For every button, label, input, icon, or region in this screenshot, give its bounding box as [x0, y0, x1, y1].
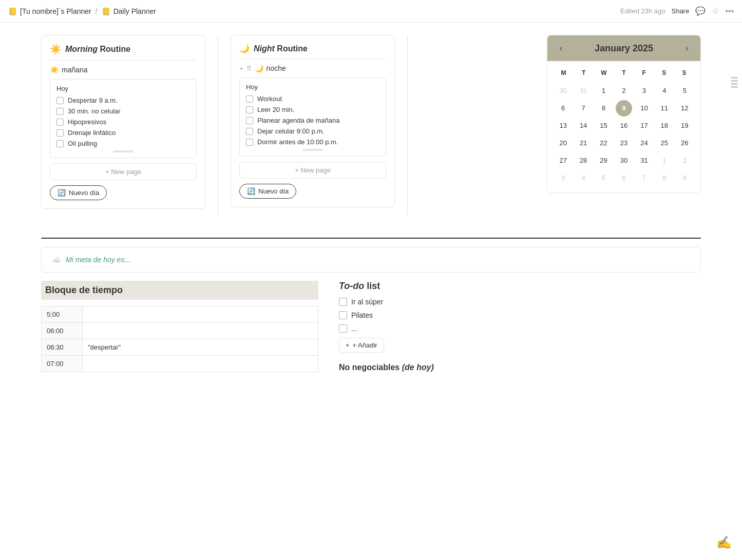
check-workout[interactable]	[246, 95, 253, 103]
calendar-day-cell[interactable]: 29	[596, 152, 612, 169]
calendar-day-cell[interactable]: 11	[656, 100, 673, 117]
calendar-next-button[interactable]: ›	[681, 43, 692, 54]
scrollbar-area[interactable]	[731, 77, 738, 88]
morning-routine-section: ☀️ Morning Routine ☀️ mañana Hoy Despert…	[41, 35, 205, 215]
time-cell: 5:00	[42, 306, 83, 323]
calendar-day-cell[interactable]: 1	[596, 83, 612, 99]
goal-section: ☁️ Mi meta de hoy es...	[41, 247, 701, 273]
more-icon[interactable]: •••	[725, 7, 734, 16]
column-divider	[218, 35, 218, 215]
calendar-day-cell[interactable]: 21	[575, 135, 592, 151]
morning-today-label: Hoy	[56, 85, 190, 92]
calendar-day-cell[interactable]: 20	[555, 135, 572, 151]
calendar-day-cell[interactable]: 24	[636, 135, 652, 151]
event-cell[interactable]	[83, 356, 318, 372]
share-button[interactable]: Share	[671, 7, 689, 15]
calendar-day-cell[interactable]: 3	[636, 83, 652, 99]
todo-section: To-do list Ir al súper Pilates ... + + A…	[339, 281, 701, 372]
calendar-day-cell[interactable]: 13	[555, 118, 572, 134]
calendar-prev-button[interactable]: ‹	[556, 43, 566, 54]
edited-text: Edited 23h ago	[620, 7, 665, 15]
moon-icon: 🌙	[239, 44, 250, 53]
calendar-day-cell[interactable]: 2	[616, 83, 632, 99]
event-cell[interactable]	[83, 306, 318, 323]
night-subtitle-text: noche	[267, 64, 286, 72]
calendar-day-cell[interactable]: 5	[676, 83, 693, 99]
night-routine-title: Night Routine	[254, 44, 308, 53]
calendar-day-cell[interactable]: 28	[575, 152, 592, 169]
checklist-item: Oil pulling	[56, 140, 190, 147]
sun-small-icon: ☀️	[50, 66, 59, 74]
calendar-day-cell[interactable]: 8	[596, 100, 612, 117]
calendar-day-cell: 30	[555, 83, 572, 99]
add-item-button[interactable]: + + Añadir	[339, 338, 384, 353]
calendar-day-cell[interactable]: 17	[636, 118, 652, 134]
calendar-day-cell[interactable]: 7	[575, 100, 592, 117]
sun-icon: ☀️	[50, 44, 61, 55]
calendar-day-cell[interactable]: 18	[656, 118, 673, 134]
calendar-day-cell[interactable]: 27	[555, 152, 572, 169]
time-cell: 07:00	[42, 356, 83, 372]
time-table-body: 5:00 06:00 06:30 "despertar" 07:00	[42, 306, 318, 372]
calendar-day-cell: 2	[676, 152, 693, 169]
check-despertar[interactable]	[56, 97, 64, 104]
calendar-day-cell[interactable]: 15	[596, 118, 612, 134]
bottom-area: Bloque de tiempo 5:00 06:00 06:30 "despe…	[0, 281, 742, 372]
todo-check-dots[interactable]	[339, 324, 347, 333]
check-oilpulling[interactable]	[56, 140, 64, 147]
calendar-day-cell[interactable]: 6	[555, 100, 572, 117]
morning-routine-title: Morning Routine	[65, 45, 130, 54]
calendar-day-cell: 4	[575, 170, 592, 186]
sync-icon: 🔄	[58, 189, 66, 197]
check-planear[interactable]	[246, 117, 253, 124]
calendar-day-cell[interactable]: 16	[616, 118, 632, 134]
calendar-day-cell[interactable]: 12	[676, 100, 693, 117]
calendar-day-cell: 5	[596, 170, 612, 186]
todo-check-pilates[interactable]	[339, 311, 347, 319]
calendar-day-cell[interactable]: 4	[656, 83, 673, 99]
time-block-section: Bloque de tiempo 5:00 06:00 06:30 "despe…	[41, 281, 318, 372]
check-hipopresivos[interactable]	[56, 119, 64, 126]
scroll-line	[731, 80, 738, 82]
table-row: 06:30 "despertar"	[42, 339, 318, 356]
check-nocelular[interactable]	[56, 108, 64, 115]
night-nuevo-dia-button[interactable]: 🔄 Nuevo día	[239, 184, 296, 199]
calendar-day-cell: 9	[676, 170, 693, 186]
table-row: 06:00	[42, 323, 318, 339]
table-row: 5:00	[42, 306, 318, 323]
calendar-day-cell[interactable]: 23	[616, 135, 632, 151]
calendar-day-cell[interactable]: 30	[616, 152, 632, 169]
morning-new-page-button[interactable]: + New page	[50, 163, 197, 180]
check-drenaje[interactable]	[56, 129, 64, 137]
check-leer[interactable]	[246, 106, 253, 113]
calendar-day-cell: 1	[656, 152, 673, 169]
event-cell[interactable]	[83, 323, 318, 339]
check-dejarcelular[interactable]	[246, 128, 253, 135]
check-dormir[interactable]	[246, 139, 253, 146]
event-cell[interactable]: "despertar"	[83, 339, 318, 356]
calendar-day-cell[interactable]: 19	[676, 118, 693, 134]
breadcrumb-parent[interactable]: [Tu nombre]´s Planner	[20, 7, 91, 15]
goal-text[interactable]: Mi meta de hoy es...	[66, 256, 130, 264]
day-name-tue: T	[574, 67, 594, 79]
separator-area	[0, 238, 742, 239]
morning-subtitle: ☀️ mañana	[50, 66, 197, 74]
night-new-page-button[interactable]: + New page	[239, 162, 386, 179]
todo-item: Ir al súper	[339, 298, 701, 306]
calendar-section: ‹ January 2025 › M T W T F S S 303112345…	[547, 35, 701, 215]
calendar-day-cell[interactable]: 26	[676, 135, 693, 151]
star-icon[interactable]: ☆	[712, 6, 719, 16]
time-cell: 06:30	[42, 339, 83, 356]
calendar-day-cell[interactable]: 25	[656, 135, 673, 151]
calendar-day-cell[interactable]: 9	[616, 100, 632, 117]
todo-check-super[interactable]	[339, 298, 347, 306]
calendar-day-cell[interactable]: 31	[636, 152, 652, 169]
cloud-icon: ☁️	[52, 256, 61, 264]
calendar-day-cell[interactable]: 10	[636, 100, 652, 117]
calendar-day-cell[interactable]: 22	[596, 135, 612, 151]
morning-nuevo-dia-button[interactable]: 🔄 Nuevo día	[50, 185, 107, 200]
breadcrumb-icon1: 📒	[8, 7, 17, 15]
calendar-day-cell[interactable]: 14	[575, 118, 592, 134]
time-block-title: Bloque de tiempo	[41, 281, 318, 300]
comment-icon[interactable]: 💬	[695, 6, 706, 16]
